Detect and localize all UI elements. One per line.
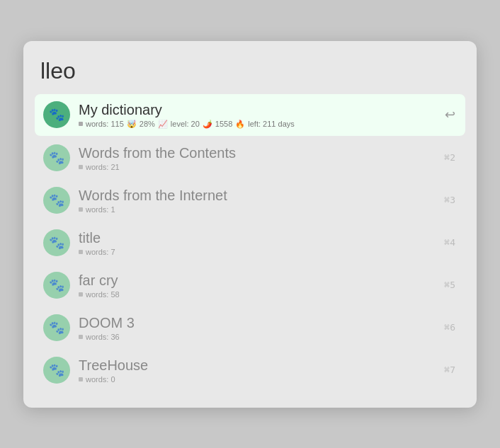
- item-title-doom-3: DOOM 3: [79, 314, 457, 331]
- meta-text: 28%: [140, 120, 155, 128]
- item-title-words-internet: Words from the Internet: [79, 187, 457, 204]
- meta-dot: [79, 250, 83, 254]
- meta-text: words: 36: [86, 333, 120, 341]
- item-title-far-cry: far cry: [79, 272, 457, 289]
- meta-dot: [79, 207, 83, 212]
- list-item-my-dictionary[interactable]: 🐾My dictionarywords: 115🤯28%📈level: 20🌶️…: [35, 94, 465, 136]
- meta-emoji: 🤯: [127, 120, 137, 129]
- list-item-title[interactable]: 🐾titlewords: 7⌘4: [35, 222, 465, 263]
- meta-text: words: 115: [86, 120, 124, 128]
- item-title-words-contents: Words from the Contents: [79, 144, 457, 161]
- item-title-my-dictionary: My dictionary: [79, 101, 457, 118]
- meta-text: words: 58: [86, 290, 120, 299]
- meta-dot: [79, 165, 83, 169]
- app-title: lleo: [35, 58, 465, 84]
- paw-icon-title: 🐾: [43, 229, 70, 256]
- paw-icon-far-cry: 🐾: [43, 272, 70, 299]
- paw-icon-words-internet: 🐾: [43, 187, 70, 214]
- list-item-doom-3[interactable]: 🐾DOOM 3words: 36⌘6: [35, 307, 465, 348]
- meta-dot: [79, 377, 83, 381]
- main-window: lleo 🐾My dictionarywords: 115🤯28%📈level:…: [23, 41, 477, 408]
- meta-text: words: 0: [86, 375, 115, 384]
- shortcut-title: ⌘4: [444, 237, 455, 248]
- paw-icon-doom-3: 🐾: [43, 314, 70, 341]
- meta-emoji: 🔥: [235, 120, 245, 129]
- item-meta-treehouse: words: 0: [79, 375, 457, 384]
- meta-text: words: 1: [86, 205, 115, 214]
- meta-text: level: 20: [171, 120, 200, 128]
- shortcut-my-dictionary: ↩: [445, 107, 455, 122]
- shortcut-doom-3: ⌘6: [444, 322, 455, 333]
- item-meta-words-internet: words: 1: [79, 205, 457, 214]
- paw-icon-treehouse: 🐾: [43, 357, 70, 384]
- item-meta-far-cry: words: 58: [79, 290, 457, 299]
- meta-text: left: 211 days: [248, 120, 294, 128]
- shortcut-far-cry: ⌘5: [444, 280, 455, 290]
- meta-text: words: 21: [86, 163, 120, 171]
- meta-text: 1558: [215, 120, 232, 128]
- meta-emoji: 🌶️: [203, 120, 212, 129]
- meta-emoji: 📈: [158, 120, 168, 129]
- item-title-title: title: [79, 229, 457, 246]
- list-item-words-internet[interactable]: 🐾Words from the Internetwords: 1⌘3: [35, 180, 465, 221]
- paw-icon-words-contents: 🐾: [43, 144, 70, 171]
- meta-dot: [79, 122, 83, 126]
- meta-text: words: 7: [86, 248, 115, 256]
- shortcut-treehouse: ⌘7: [444, 364, 455, 375]
- list-item-far-cry[interactable]: 🐾far crywords: 58⌘5: [35, 265, 465, 306]
- shortcut-words-contents: ⌘2: [444, 152, 455, 163]
- item-meta-title: words: 7: [79, 248, 457, 256]
- item-meta-my-dictionary: words: 115🤯28%📈level: 20🌶️1558🔥left: 211…: [79, 120, 457, 129]
- item-meta-words-contents: words: 21: [79, 163, 457, 171]
- meta-dot: [79, 335, 83, 339]
- paw-icon-my-dictionary: 🐾: [43, 101, 70, 128]
- item-meta-doom-3: words: 36: [79, 333, 457, 341]
- list-item-treehouse[interactable]: 🐾TreeHousewords: 0⌘7: [35, 350, 465, 391]
- shortcut-words-internet: ⌘3: [444, 195, 455, 205]
- item-title-treehouse: TreeHouse: [79, 357, 457, 374]
- dictionary-list: 🐾My dictionarywords: 115🤯28%📈level: 20🌶️…: [35, 94, 465, 391]
- meta-dot: [79, 292, 83, 297]
- list-item-words-contents[interactable]: 🐾Words from the Contentswords: 21⌘2: [35, 137, 465, 178]
